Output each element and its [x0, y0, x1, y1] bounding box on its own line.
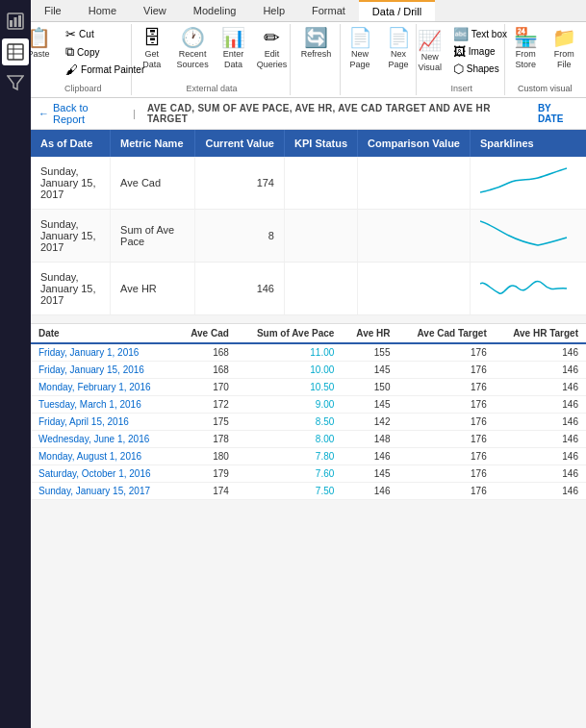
- date-cell: Sunday, January 15, 2017: [31, 263, 111, 315]
- metric-cell: Ave Cad: [111, 157, 195, 210]
- tab-modeling[interactable]: Modeling: [180, 0, 250, 21]
- list-item: Monday, February 1, 2016 170 10.50 150 1…: [31, 379, 586, 396]
- lower-col-sum-ave-pace[interactable]: Sum of Ave Pace: [237, 324, 343, 343]
- date-cell: Sunday, January 15, 2017: [31, 210, 111, 263]
- lower-ave-hr-cell: 148: [342, 431, 397, 448]
- current-value-cell: 146: [195, 263, 285, 315]
- back-arrow-icon: ←: [38, 108, 49, 119]
- recent-sources-button[interactable]: 🕐 Recent Sources: [172, 26, 214, 72]
- lower-ave-hr-cell: 145: [342, 396, 397, 414]
- current-value-cell: 174: [195, 157, 285, 210]
- lower-sum-ave-pace-cell: 8.00: [237, 431, 343, 448]
- lower-date-cell: Friday, January 15, 2016: [31, 362, 176, 379]
- lower-col-ave-cad[interactable]: Ave Cad: [176, 324, 237, 343]
- lower-col-date[interactable]: Date: [31, 324, 176, 343]
- lower-ave-cad-target-cell: 176: [398, 465, 495, 483]
- lower-date-cell: Monday, February 1, 2016: [31, 379, 176, 396]
- lower-ave-hr-cell: 145: [342, 465, 397, 483]
- main-table: As of Date Metric Name Current Value KPI…: [31, 130, 586, 315]
- col-current-value[interactable]: Current Value: [195, 130, 285, 157]
- external-data-items: 🗄 Get Data 🕐 Recent Sources 📊 Enter Data…: [134, 26, 291, 82]
- shapes-icon: ⬡: [453, 62, 464, 76]
- image-button[interactable]: 🖼 Image: [449, 43, 511, 60]
- col-kpi-status[interactable]: KPI Status: [284, 130, 357, 157]
- tab-home[interactable]: Home: [75, 0, 130, 21]
- tab-file[interactable]: File: [31, 0, 75, 21]
- list-item: Saturday, October 1, 2016 179 7.60 145 1…: [31, 465, 586, 483]
- lower-sum-ave-pace-cell: 11.00: [237, 343, 343, 362]
- list-item: Tuesday, March 1, 2016 172 9.00 145 176 …: [31, 396, 586, 414]
- lower-ave-hr-target-cell: 146: [495, 448, 586, 465]
- tab-view[interactable]: View: [130, 0, 180, 21]
- sidebar-icon-filter[interactable]: [2, 69, 29, 96]
- lower-ave-hr-target-cell: 146: [495, 396, 586, 414]
- refresh-items: 🔄 Refresh: [297, 26, 336, 93]
- current-value-cell: 8: [195, 210, 285, 263]
- from-store-button[interactable]: 🏪 From Store: [507, 26, 544, 72]
- edit-queries-button[interactable]: ✏ Edit Queries: [253, 26, 290, 72]
- sidebar-icon-table[interactable]: [2, 38, 29, 65]
- from-file-button[interactable]: 📁 From File: [546, 26, 582, 72]
- shapes-button[interactable]: ⬡ Shapes: [449, 61, 511, 77]
- new-page-icon: 📄: [348, 28, 372, 47]
- text-box-icon: 🔤: [453, 27, 469, 41]
- get-data-button[interactable]: 🗄 Get Data: [134, 26, 170, 72]
- lower-ave-hr-cell: 142: [342, 414, 397, 431]
- breadcrumb-path: AVE CAD, SUM OF AVE PACE, AVE HR, AVE CA…: [147, 103, 526, 124]
- lower-ave-hr-cell: 150: [342, 379, 397, 396]
- lower-col-ave-hr-target[interactable]: Ave HR Target: [495, 324, 586, 343]
- lower-col-ave-hr[interactable]: Ave HR: [342, 324, 397, 343]
- lower-ave-cad-target-cell: 176: [398, 379, 495, 396]
- from-file-icon: 📁: [552, 28, 576, 47]
- lower-ave-hr-cell: 146: [342, 483, 397, 500]
- svg-marker-8: [8, 76, 23, 89]
- lower-ave-cad-target-cell: 176: [398, 448, 495, 465]
- lower-table-body: Friday, January 1, 2016 168 11.00 155 17…: [31, 343, 586, 500]
- ribbon-group-new-page: 📄 New Page 📄 Nex Page: [343, 24, 417, 95]
- enter-data-button[interactable]: 📊 Enter Data: [215, 26, 251, 72]
- lower-ave-cad-target-cell: 176: [398, 483, 495, 500]
- table-row: Sunday, January 15, 2017 Sum of Ave Pace…: [31, 210, 586, 263]
- nex-page-button[interactable]: 📄 Nex Page: [380, 26, 417, 72]
- col-comparison-value[interactable]: Comparison Value: [358, 130, 471, 157]
- lower-ave-cad-target-cell: 176: [398, 362, 495, 379]
- list-item: Friday, January 1, 2016 168 11.00 155 17…: [31, 343, 586, 362]
- main-table-section: As of Date Metric Name Current Value KPI…: [31, 130, 586, 315]
- ribbon-group-refresh: 🔄 Refresh: [293, 24, 341, 95]
- col-sparklines[interactable]: Sparklines: [471, 130, 587, 157]
- list-item: Monday, August 1, 2016 180 7.80 146 176 …: [31, 448, 586, 465]
- lower-ave-hr-target-cell: 146: [495, 414, 586, 431]
- sparkline-cell: [471, 210, 587, 263]
- refresh-button[interactable]: 🔄 Refresh: [297, 26, 336, 62]
- table-header-row: As of Date Metric Name Current Value KPI…: [31, 130, 586, 157]
- table-row: Sunday, January 15, 2017 Ave Cad 174: [31, 157, 586, 210]
- tab-data-drill[interactable]: Data / Drill: [359, 0, 435, 21]
- new-visual-icon: 📈: [418, 31, 442, 50]
- col-as-of-date[interactable]: As of Date: [31, 130, 111, 157]
- lower-ave-hr-cell: 145: [342, 362, 397, 379]
- recent-sources-icon: 🕐: [181, 28, 205, 47]
- copy-icon: ⧉: [65, 44, 74, 60]
- lower-col-ave-cad-target[interactable]: Ave Cad Target: [398, 324, 495, 343]
- breadcrumb-separator: |: [133, 108, 136, 119]
- tab-help[interactable]: Help: [249, 0, 298, 21]
- tab-format[interactable]: Format: [298, 0, 359, 21]
- image-icon: 🖼: [453, 44, 466, 59]
- refresh-icon: 🔄: [304, 28, 328, 47]
- new-page-button[interactable]: 📄 New Page: [342, 26, 378, 72]
- enter-data-icon: 📊: [221, 28, 245, 47]
- list-item: Friday, April 15, 2016 175 8.50 142 176 …: [31, 414, 586, 431]
- clipboard-label: Clipboard: [64, 84, 102, 93]
- store-file-items: 🏪 From Store 📁 From File: [507, 26, 582, 83]
- col-metric-name[interactable]: Metric Name: [111, 130, 195, 157]
- new-visual-button[interactable]: 📈 New Visual: [413, 26, 447, 77]
- text-box-button[interactable]: 🔤 Text box: [449, 26, 511, 42]
- lower-date-cell: Monday, August 1, 2016: [31, 448, 176, 465]
- back-to-report-button[interactable]: ← Back to Report: [38, 102, 121, 125]
- breadcrumb-by: BY DATE: [538, 103, 578, 124]
- lower-sum-ave-pace-cell: 9.00: [237, 396, 343, 414]
- comparison-value-cell: [358, 210, 471, 263]
- sidebar-icon-report[interactable]: [2, 8, 29, 35]
- kpi-status-cell: [284, 210, 357, 263]
- kpi-status-cell: [284, 263, 357, 315]
